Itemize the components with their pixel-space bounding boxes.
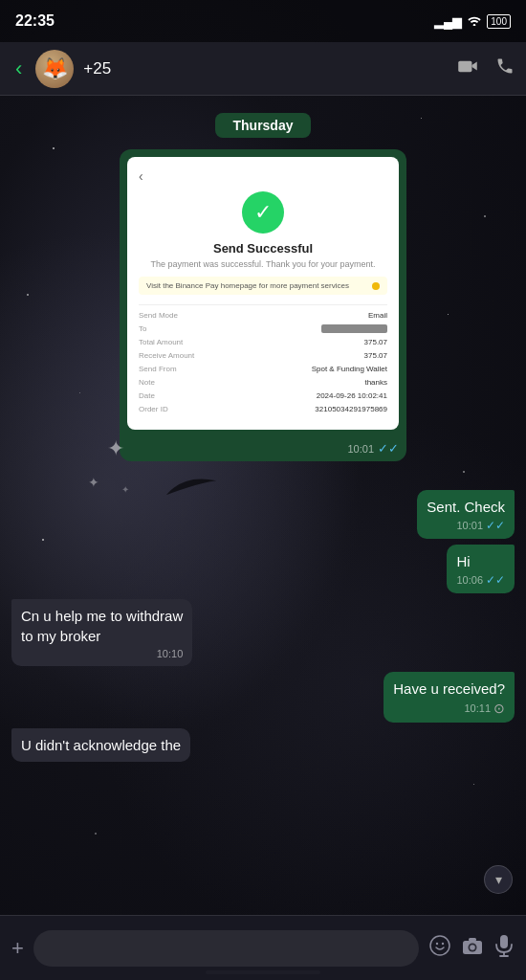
day-label: Thursday [215, 113, 310, 138]
detail-value-sendmode: Email [368, 311, 387, 320]
message-text-received: Have u received? [393, 679, 505, 699]
detail-value-receive: 375.07 [364, 351, 387, 360]
detail-label-note: Note [139, 378, 155, 387]
message-row-outgoing-3: Have u received? 10:11 ⊙ [11, 672, 515, 723]
message-bubble-hi: Hi 10:06 ✓✓ [447, 545, 515, 593]
add-button[interactable]: + [11, 936, 24, 961]
chevron-down-icon: ▾ [495, 872, 502, 887]
detail-label-to: To [139, 324, 146, 333]
message-text-hi: Hi [456, 551, 505, 571]
detail-label-receive: Receive Amount [139, 351, 194, 360]
signal-icon: ▂▄▆ [434, 14, 462, 29]
status-icons: ▂▄▆ 100 [434, 14, 511, 29]
mic-button[interactable] [493, 934, 515, 963]
message-time-hi: 10:06 [456, 574, 483, 586]
camera-button[interactable] [461, 935, 484, 962]
message-text-partial: U didn't acknowledge the [21, 735, 181, 755]
double-tick-hi: ✓✓ [486, 573, 505, 587]
message-bubble-outgoing: Sent. Check 10:01 ✓✓ [417, 490, 515, 539]
detail-row: Total Amount 375.07 [139, 338, 387, 346]
circle-arrow-icon: ⊙ [493, 701, 505, 716]
detail-value-date: 2024-09-26 10:02:41 [317, 391, 387, 400]
svg-point-0 [473, 24, 476, 26]
sparkle-icon-2: ✦ [88, 475, 99, 490]
detail-label-orderid: Order ID [139, 405, 168, 413]
status-bar: 22:35 ▂▄▆ 100 [0, 0, 526, 42]
contact-name: +25 [83, 59, 448, 78]
video-call-icon[interactable] [457, 56, 478, 80]
status-time: 22:35 [15, 12, 55, 30]
message-time-withdraw: 10:10 [157, 648, 184, 659]
tick-double-blue: ✓✓ [378, 441, 399, 456]
battery-icon: 100 [487, 14, 511, 29]
double-tick-blue: ✓✓ [486, 519, 505, 532]
back-button[interactable]: ‹ [11, 53, 26, 85]
svg-point-3 [436, 942, 438, 944]
screenshot-card-time: 10:01 ✓✓ [120, 437, 406, 461]
phone-call-icon[interactable] [495, 56, 515, 80]
detail-row: Send Mode Email [139, 311, 387, 320]
send-subtitle: The payment was successful. Thank you fo… [139, 259, 387, 269]
message-bubble-incoming: Cn u help me to withdrawto my broker 10:… [11, 599, 192, 666]
logo-decoration [163, 470, 220, 508]
message-row-incoming: Cn u help me to withdrawto my broker 10:… [11, 599, 515, 666]
detail-row: To redacted@xxx.com [139, 324, 387, 333]
message-bubble-received: Have u received? 10:11 ⊙ [384, 672, 515, 723]
message-time-received: 10:11 [464, 702, 491, 714]
screenshot-back-btn: ‹ [139, 168, 387, 184]
detail-value-to: redacted@xxx.com [321, 324, 387, 333]
message-bubble-partial: U didn't acknowledge the [11, 728, 190, 762]
chat-area: Thursday ‹ ✓ Send Successful The payment… [0, 96, 526, 915]
detail-row: Note thanks [139, 378, 387, 387]
wifi-icon [467, 14, 482, 29]
detail-row: Order ID 32105034291975869 [139, 405, 387, 413]
message-row-outgoing: Sent. Check 10:01 ✓✓ [11, 490, 515, 539]
sparkle-icon-3: ✦ [121, 484, 129, 495]
detail-value-total: 375.07 [364, 338, 387, 346]
message-meta-hi: 10:06 ✓✓ [456, 573, 505, 587]
svg-point-7 [470, 945, 475, 950]
promo-text: Visit the Binance Pay homepage for more … [146, 281, 349, 290]
message-input[interactable] [33, 930, 419, 967]
day-label-container: Thursday [11, 113, 515, 138]
svg-rect-8 [469, 938, 476, 942]
send-successful-label: Send Successful [139, 241, 387, 256]
header-actions [457, 56, 515, 80]
svg-point-2 [430, 936, 449, 955]
promo-dot [372, 282, 380, 290]
detail-label-sendmode: Send Mode [139, 311, 178, 320]
chat-header: ‹ 🦊 +25 [0, 42, 526, 96]
svg-point-4 [442, 942, 444, 944]
detail-value-note: thanks [364, 378, 387, 387]
success-icon-container: ✓ [139, 191, 387, 234]
message-text: Sent. Check [427, 497, 505, 517]
svg-rect-1 [458, 61, 471, 73]
message-row-partial: U didn't acknowledge the [11, 728, 515, 762]
divider [139, 304, 387, 305]
detail-row: Receive Amount 375.07 [139, 351, 387, 360]
scroll-indicator[interactable]: ▾ [484, 865, 513, 894]
emoji-button[interactable] [428, 934, 451, 963]
bottom-bar: + [0, 915, 526, 980]
avatar: 🦊 [35, 50, 74, 88]
detail-label-total: Total Amount [139, 338, 183, 346]
success-circle: ✓ [242, 191, 284, 234]
message-row-outgoing-2: Hi 10:06 ✓✓ [11, 545, 515, 593]
message-text-withdraw: Cn u help me to withdrawto my broker [21, 606, 183, 646]
message-meta: 10:01 ✓✓ [427, 519, 505, 532]
promo-banner: Visit the Binance Pay homepage for more … [139, 277, 387, 295]
sparkle-icon: ✦ [107, 436, 124, 461]
svg-rect-9 [500, 935, 508, 948]
detail-label-date: Date [139, 391, 155, 400]
message-meta-withdraw: 10:10 [21, 648, 183, 659]
message-time: 10:01 [456, 520, 483, 531]
message-meta-received: 10:11 ⊙ [393, 701, 505, 716]
screenshot-inner: ‹ ✓ Send Successful The payment was succ… [127, 157, 399, 430]
screenshot-card: ‹ ✓ Send Successful The payment was succ… [120, 149, 406, 461]
detail-row: Send From Spot & Funding Wallet [139, 365, 387, 373]
detail-value-orderid: 32105034291975869 [315, 405, 387, 413]
detail-label-from: Send From [139, 365, 177, 373]
detail-value-from: Spot & Funding Wallet [312, 365, 387, 373]
detail-row: Date 2024-09-26 10:02:41 [139, 391, 387, 400]
